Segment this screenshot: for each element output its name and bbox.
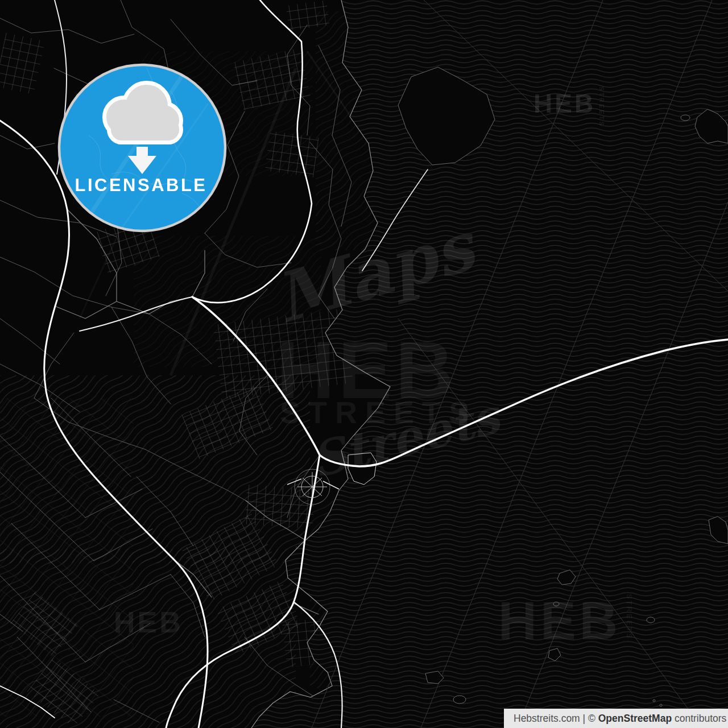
watermark-bottom-right: HEB STREETS: [498, 591, 634, 651]
attribution-site: Hebstreits.com: [514, 713, 580, 725]
attribution-provider: OpenStreetMap: [598, 713, 672, 725]
watermark-heb-top-right: HEB: [533, 89, 595, 118]
attribution-copyright: ©: [588, 713, 598, 725]
watermark-streets-top-right-vertical: STREETS: [598, 86, 605, 127]
attribution-suffix: contributors: [672, 713, 726, 725]
licensable-badge: LICENSABLE: [59, 65, 225, 231]
map-canvas: HEB STREETS Maps HEB STREETS Streets HEB…: [0, 0, 728, 728]
watermark-heb-bottom-right: HEB: [498, 591, 621, 651]
attribution-bar: Hebstreits.com | © OpenStreetMap contrib…: [504, 709, 728, 728]
watermark-heb-bottom-left: HEB: [114, 606, 183, 639]
attribution-divider: |: [580, 713, 588, 725]
map-poster-image: HEB STREETS Maps HEB STREETS Streets HEB…: [0, 0, 728, 728]
badge-label: LICENSABLE: [75, 175, 207, 195]
watermark-streets-bottom-right-vertical: STREETS: [625, 594, 634, 640]
